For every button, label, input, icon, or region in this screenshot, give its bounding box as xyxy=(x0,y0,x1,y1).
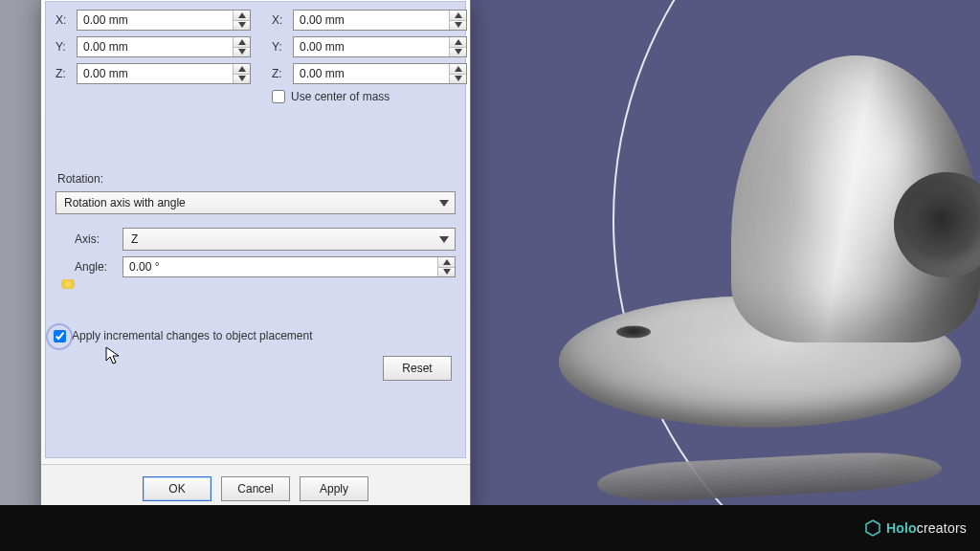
step-down-icon[interactable] xyxy=(234,74,250,84)
rotation-mode-select[interactable]: Rotation axis with angle xyxy=(56,191,456,214)
translate-x-right[interactable] xyxy=(293,10,467,31)
axis-label: Axis: xyxy=(75,232,117,246)
translate-z-left-input[interactable] xyxy=(78,65,233,82)
center-of-mass-checkbox[interactable] xyxy=(272,90,285,103)
step-down-icon[interactable] xyxy=(234,47,250,57)
center-of-mass-label: Use center of mass xyxy=(291,90,390,103)
reset-button[interactable]: Reset xyxy=(383,356,452,381)
step-up-icon[interactable] xyxy=(234,37,250,47)
angle-label: Angle: xyxy=(75,260,117,274)
step-down-icon[interactable] xyxy=(450,47,466,57)
step-up-icon[interactable] xyxy=(438,257,455,267)
step-down-icon[interactable] xyxy=(234,20,250,31)
ok-button[interactable]: OK xyxy=(143,476,212,501)
translate-x-right-input[interactable] xyxy=(294,11,449,29)
translate-y-right[interactable] xyxy=(293,36,467,57)
axis-value: Z xyxy=(131,232,138,246)
rotation-label: Rotation: xyxy=(57,172,456,186)
y-label: Y: xyxy=(272,40,287,54)
step-up-icon[interactable] xyxy=(234,64,250,74)
svg-marker-0 xyxy=(866,520,880,536)
cursor-icon xyxy=(105,346,122,365)
translate-x-left[interactable] xyxy=(77,10,251,31)
left-margin xyxy=(0,0,40,505)
z-label: Z: xyxy=(272,67,287,80)
translate-y-right-input[interactable] xyxy=(294,38,449,55)
translation-section: X: Y: xyxy=(56,10,456,103)
incremental-row: Apply incremental changes to object plac… xyxy=(54,329,312,342)
translate-z-right-input[interactable] xyxy=(294,65,449,82)
chevron-down-icon xyxy=(439,196,449,209)
x-label: X: xyxy=(272,13,287,27)
step-up-icon[interactable] xyxy=(450,64,466,74)
x-label: X: xyxy=(56,13,71,27)
brand-logo: Holocreators xyxy=(865,519,967,537)
brand-prefix: Holo xyxy=(886,520,917,536)
angle-input[interactable] xyxy=(122,256,456,277)
translate-y-left[interactable] xyxy=(77,36,251,57)
dialog-body: X: Y: xyxy=(45,1,466,458)
translate-y-left-input[interactable] xyxy=(78,38,233,55)
translate-z-right[interactable] xyxy=(293,63,467,84)
cancel-button[interactable]: Cancel xyxy=(221,476,290,501)
axis-select[interactable]: Z xyxy=(122,228,456,251)
angle-field[interactable] xyxy=(123,258,437,276)
incremental-checkbox[interactable] xyxy=(54,330,66,342)
z-label: Z: xyxy=(56,67,71,80)
step-up-icon[interactable] xyxy=(450,11,466,20)
hexagon-icon xyxy=(865,519,880,537)
bottom-bar: Holocreators xyxy=(0,505,980,551)
incremental-label: Apply incremental changes to object plac… xyxy=(72,329,312,342)
highlight-star-icon xyxy=(59,279,77,289)
step-up-icon[interactable] xyxy=(450,37,466,47)
translate-x-left-input[interactable] xyxy=(78,11,233,29)
apply-button[interactable]: Apply xyxy=(300,476,368,501)
rotation-section: Rotation: Rotation axis with angle Axis:… xyxy=(56,172,456,277)
step-down-icon[interactable] xyxy=(438,267,455,277)
translate-z-left[interactable] xyxy=(77,63,251,84)
brand-suffix: creators xyxy=(917,520,967,536)
y-label: Y: xyxy=(56,40,71,54)
step-down-icon[interactable] xyxy=(450,74,466,84)
rotation-mode-value: Rotation axis with angle xyxy=(64,196,186,209)
nav-circle xyxy=(612,0,980,551)
step-up-icon[interactable] xyxy=(234,11,250,20)
placement-dialog: X: Y: xyxy=(40,0,471,513)
chevron-down-icon xyxy=(439,232,449,246)
step-down-icon[interactable] xyxy=(450,20,466,31)
